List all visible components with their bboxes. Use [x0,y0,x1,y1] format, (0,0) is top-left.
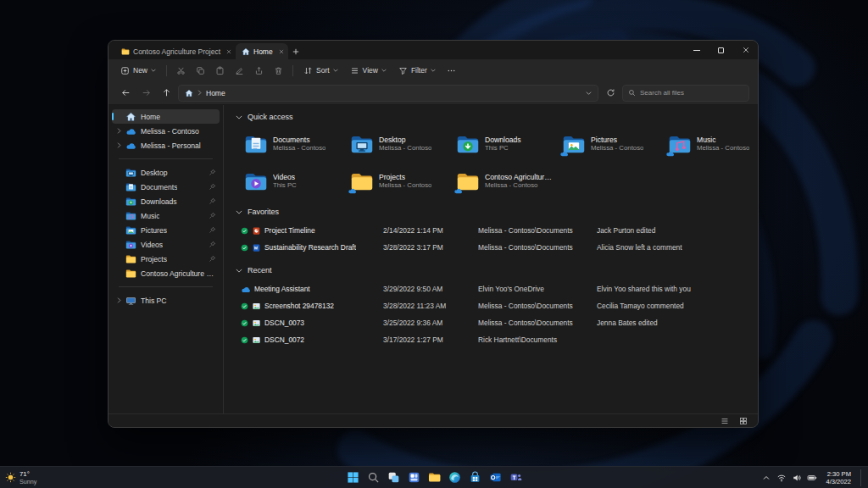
sidebar-item-documents[interactable]: Documents [112,180,220,194]
main-content: Quick access Documents Melissa - Contoso… [224,105,758,413]
battery-icon [807,473,817,483]
tab-home[interactable]: Home [236,43,288,59]
sidebar-item-this-pc[interactable]: This PC [112,293,220,308]
minimize-button[interactable] [684,41,709,59]
cut-button[interactable] [172,64,190,78]
new-tab-button[interactable] [288,43,303,59]
file-name-cell: DSCN_0072 [241,336,383,345]
forward-button[interactable] [137,85,154,102]
folder-icon [125,269,137,279]
sidebar-divider [119,286,213,287]
sidebar-item-melissa-personal[interactable]: Melissa - Personal [112,138,220,152]
search-box[interactable] [622,85,749,102]
up-button[interactable] [158,85,175,102]
close-button[interactable] [733,41,758,59]
sidebar-item-music[interactable]: Music [112,208,220,223]
thumbnails-view-button[interactable] [736,416,751,426]
tab-close-icon[interactable] [279,49,284,54]
taskbar-file-explorer-button[interactable] [425,469,443,487]
teams-icon [509,471,522,484]
taskbar-task-view-button[interactable] [384,469,403,487]
sort-button[interactable]: Sort [298,64,343,78]
sidebar-item-home[interactable]: Home [112,109,220,124]
taskbar-outlook-button[interactable] [486,469,504,487]
taskbar: 71° Sunny 2:30 PM 4/3/2022 [0,466,868,488]
quick-access-tile-documents[interactable]: Documents Melissa - Contoso [241,128,346,160]
tile-name: Music [697,136,749,144]
maximize-button[interactable] [709,41,733,59]
favorites-row-project-timeline[interactable]: Project Timeline 2/14/2022 1:14 PM Melis… [237,222,748,239]
quick-access-tile-desktop[interactable]: Desktop Melissa - Contoso [347,128,452,160]
quick-access-tile-pictures[interactable]: Pictures Melissa - Contoso [559,128,664,160]
chevron-right-icon[interactable] [115,297,122,303]
address-bar[interactable]: Home [178,85,598,102]
more-options-button[interactable] [442,64,460,78]
quick-access-tile-contoso-agriculture-project[interactable]: Contoso Agriculture Project Melissa - Co… [453,165,558,197]
minimize-icon [693,50,700,51]
recent-row-dscn-0072[interactable]: DSCN_0072 3/17/2022 1:27 PM Rick Hartnet… [237,331,748,348]
sidebar-item-pictures[interactable]: Pictures [112,223,220,237]
recent-row-meeting-assistant[interactable]: Meeting Assistant 3/29/2022 9:50 AM Elvi… [237,280,748,297]
tray-wifi-button[interactable] [775,469,788,486]
taskbar-teams-button[interactable] [506,469,525,487]
quick-access-tile-music[interactable]: Music Melissa - Contoso [665,128,758,160]
tray-chevron-up-button[interactable] [760,469,773,486]
view-label: View [363,66,378,75]
file-activity: Jenna Bates edited [597,319,744,327]
sidebar-item-desktop[interactable]: Desktop [112,165,220,180]
new-button[interactable]: New [115,64,161,78]
recent-header[interactable]: Recent [236,263,748,277]
show-desktop-button[interactable] [860,469,863,486]
refresh-icon [606,88,615,97]
sidebar-item-projects[interactable]: Projects [112,252,220,266]
quick-access-tiles: Documents Melissa - Contoso Desktop Meli… [241,128,748,197]
refresh-button[interactable] [602,85,619,102]
tile-name: Desktop [379,136,431,144]
tab-close-icon[interactable] [226,49,231,54]
sidebar-item-melissa-contoso[interactable]: Melissa - Contoso [112,124,220,138]
rename-button[interactable] [231,64,248,78]
taskbar-search-button[interactable] [364,469,382,487]
favorites-header[interactable]: Favorites [236,205,748,219]
chevron-right-icon[interactable] [115,128,122,134]
favorites-row-sustainability-research-draft[interactable]: Sustainability Research Draft 3/28/2022 … [237,239,748,256]
quick-access-header[interactable]: Quick access [236,110,748,124]
copy-button[interactable] [192,64,209,78]
sidebar-item-contoso-agriculture-project[interactable]: Contoso Agriculture Project [112,266,220,280]
back-button[interactable] [117,85,134,102]
address-dropdown-icon[interactable] [586,92,592,95]
delete-button[interactable] [270,64,287,78]
tray-battery-button[interactable] [805,469,819,486]
sidebar-item-downloads[interactable]: Downloads [112,194,220,208]
sidebar-item-label: Downloads [141,197,177,206]
chevron-down-icon [151,69,156,72]
taskbar-clock[interactable]: 2:30 PM 4/3/2022 [821,470,856,485]
recent-row-dscn-0073[interactable]: DSCN_0073 3/25/2022 9:36 AM Melissa - Co… [237,314,748,331]
taskbar-icons [343,469,525,487]
cloud-icon [125,126,137,136]
tab-contoso-agriculture-project[interactable]: Contoso Agriculture Project [115,43,236,59]
chevron-right-icon[interactable] [115,142,122,148]
quick-access-tile-videos[interactable]: Videos This PC [241,165,346,197]
paste-button[interactable] [211,64,229,78]
file-date: 3/25/2022 9:36 AM [383,319,478,327]
search-input[interactable] [640,89,743,97]
tab-label: Home [253,47,273,56]
share-button[interactable] [250,64,268,78]
weather-widget[interactable]: 71° Sunny [5,470,36,485]
breadcrumb[interactable]: Home [206,89,225,97]
sidebar-item-videos[interactable]: Videos [112,237,220,252]
details-view-button[interactable] [717,416,732,426]
taskbar-start-button[interactable] [343,469,362,487]
tray-volume-button[interactable] [790,469,804,486]
taskbar-widgets-button[interactable] [404,469,423,487]
taskbar-store-button[interactable] [465,469,484,487]
quick-access-tile-projects[interactable]: Projects Melissa - Contoso [347,165,452,197]
recent-row-screenshot-29478132[interactable]: Screenshot 29478132 3/28/2022 11:23 AM M… [237,297,748,314]
filter-button[interactable]: Filter [393,64,441,78]
folder-icon [125,254,137,264]
sync-check-icon [241,227,248,235]
quick-access-tile-downloads[interactable]: Downloads This PC [453,128,558,160]
taskbar-edge-button[interactable] [445,469,464,487]
view-button[interactable]: View [345,64,392,78]
